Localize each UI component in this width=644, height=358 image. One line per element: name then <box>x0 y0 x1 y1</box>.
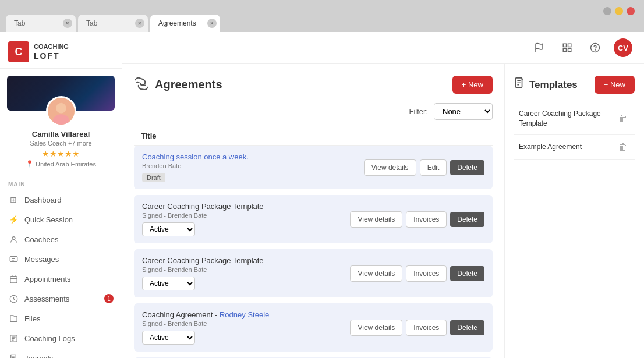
avatar-illustration <box>48 96 75 126</box>
view-details-btn-2[interactable]: View details <box>350 211 402 228</box>
minimize-btn[interactable] <box>603 7 611 15</box>
filter-label: Filter: <box>409 107 429 116</box>
svg-rect-15 <box>563 44 566 47</box>
status-select-3[interactable]: Active Draft Expired <box>142 277 195 290</box>
agreement-actions-4: View details Invoices Delete <box>350 320 484 336</box>
agreement-info-1: Coaching session once a week. Brenden Ba… <box>142 153 364 182</box>
close-btn[interactable] <box>627 7 635 15</box>
sidebar-label-quick-session: Quick Session <box>24 215 73 224</box>
template-delete-1[interactable]: 🗑 <box>616 112 630 125</box>
delete-btn-1[interactable]: Delete <box>450 160 484 175</box>
flag-icon <box>534 42 544 53</box>
templates-header: Templates + New <box>514 76 635 94</box>
agreements-new-button[interactable]: + New <box>452 76 493 94</box>
invoices-btn-3[interactable]: Invoices <box>406 265 447 282</box>
view-details-btn-4[interactable]: View details <box>350 320 402 336</box>
tab-1-close[interactable]: ✕ <box>63 19 72 28</box>
templates-doc-icon <box>514 77 525 92</box>
invoices-btn-2[interactable]: Invoices <box>406 211 447 228</box>
user-avatar-btn[interactable]: CV <box>614 38 632 57</box>
sidebar-label-journals: Journals <box>24 354 53 359</box>
grid-icon <box>562 42 572 53</box>
files-icon <box>8 313 19 324</box>
agreement-title-1: Coaching session once a week. <box>142 153 364 161</box>
agreements-header: Agreements + New <box>134 76 493 94</box>
avatar <box>46 96 76 126</box>
browser-tab-1[interactable]: Tab ✕ <box>6 15 76 32</box>
agreement-title-link-1[interactable]: Coaching session once a week. <box>142 153 249 161</box>
template-name-1: Career Coaching Package Template <box>519 109 616 129</box>
template-name-2: Example Agreement <box>519 142 616 152</box>
profile-section: Camilla Villareal Sales Coach +7 more ★★… <box>0 69 122 175</box>
flag-icon-btn[interactable] <box>530 38 549 57</box>
templates-title: Templates <box>514 77 578 92</box>
delete-btn-4[interactable]: Delete <box>450 320 484 335</box>
agreement-rodney-link[interactable]: Rodney Steele <box>220 310 269 319</box>
agreement-row-1: Coaching session once a week. Brenden Ba… <box>134 146 493 189</box>
tab-2-close[interactable]: ✕ <box>135 19 144 28</box>
sidebar-item-quick-session[interactable]: ⚡ Quick Session <box>0 210 122 229</box>
tab-bar: Tab ✕ Tab ✕ Agreements ✕ <box>0 0 644 32</box>
sidebar-item-coachees[interactable]: Coachees <box>0 229 122 249</box>
main-area: CV Agreements <box>122 32 644 358</box>
grid-icon-btn[interactable] <box>558 38 576 57</box>
sidebar-label-coaching-logs: Coaching Logs <box>24 334 75 343</box>
view-details-btn-3[interactable]: View details <box>350 265 402 282</box>
browser-tab-3[interactable]: Agreements ✕ <box>150 15 220 32</box>
filter-row: Filter: None Active Draft Signed Expired <box>134 103 493 120</box>
invoices-btn-4[interactable]: Invoices <box>406 320 447 336</box>
agreement-row-4: Coaching Agreement - Rodney Steele Signe… <box>134 303 493 352</box>
delete-btn-3[interactable]: Delete <box>450 266 484 281</box>
sidebar-section-main: MAIN <box>0 175 122 190</box>
sidebar-item-messages[interactable]: Messages <box>0 249 122 269</box>
status-select-4[interactable]: Active Draft Expired <box>142 331 195 345</box>
template-item-1[interactable]: Career Coaching Package Template 🗑 <box>514 103 635 135</box>
template-delete-2[interactable]: 🗑 <box>616 141 630 154</box>
status-draft-1: Draft <box>142 173 165 182</box>
top-nav: CV <box>122 32 644 64</box>
journals-icon <box>8 353 19 358</box>
agreement-title-3: Career Coaching Package Template <box>142 256 350 265</box>
sidebar-item-coaching-logs[interactable]: Coaching Logs <box>0 328 122 348</box>
tab-1-label: Tab <box>14 19 25 27</box>
svg-rect-17 <box>563 49 566 52</box>
sidebar-item-appointments[interactable]: Appointments <box>0 269 122 289</box>
svg-rect-5 <box>10 276 16 282</box>
sidebar-item-dashboard[interactable]: ⊞ Dashboard <box>0 190 122 210</box>
agreement-sub-2: Signed - Brenden Bate <box>142 212 350 219</box>
logo-icon: C <box>8 41 29 62</box>
location-pin-icon: 📍 <box>26 160 34 168</box>
profile-location: 📍 United Arab Emirates <box>7 160 115 168</box>
browser-tab-2[interactable]: Tab ✕ <box>78 15 148 32</box>
status-select-2[interactable]: Active Draft Expired <box>142 222 195 236</box>
templates-new-button[interactable]: + New <box>595 76 635 94</box>
agreement-actions-2: View details Invoices Delete <box>350 211 484 228</box>
sidebar-item-journals[interactable]: Journals <box>0 348 122 358</box>
svg-rect-16 <box>568 44 571 47</box>
dashboard-icon: ⊞ <box>8 194 19 205</box>
edit-btn-1[interactable]: Edit <box>420 159 447 176</box>
agreements-title: Agreements <box>134 77 222 93</box>
coachees-icon <box>8 234 19 244</box>
sidebar-item-assessments[interactable]: Assessments 1 <box>0 289 122 309</box>
tab-3-close[interactable]: ✕ <box>207 19 217 28</box>
delete-btn-2[interactable]: Delete <box>450 212 484 227</box>
sidebar-label-coachees: Coachees <box>24 235 59 244</box>
agreement-sub-3: Signed - Brenden Bate <box>142 266 350 273</box>
messages-icon <box>8 254 19 264</box>
appointments-icon <box>8 274 19 284</box>
agreement-title-4: Coaching Agreement - Rodney Steele <box>142 310 350 319</box>
sidebar-item-files[interactable]: Files <box>0 309 122 328</box>
agreement-row-2: Career Coaching Package Template Signed … <box>134 195 493 243</box>
agreement-sub-1: Brenden Bate <box>142 162 364 169</box>
template-item-2[interactable]: Example Agreement 🗑 <box>514 135 635 160</box>
maximize-btn[interactable] <box>615 7 623 15</box>
svg-point-20 <box>595 49 596 50</box>
svg-point-3 <box>12 236 15 239</box>
agreements-title-text: Agreements <box>155 78 222 91</box>
coaching-logs-icon <box>8 333 19 343</box>
view-details-btn-1[interactable]: View details <box>364 159 416 176</box>
filter-select[interactable]: None Active Draft Signed Expired <box>434 103 493 120</box>
agreement-actions-3: View details Invoices Delete <box>350 265 484 282</box>
help-icon-btn[interactable] <box>586 38 604 57</box>
